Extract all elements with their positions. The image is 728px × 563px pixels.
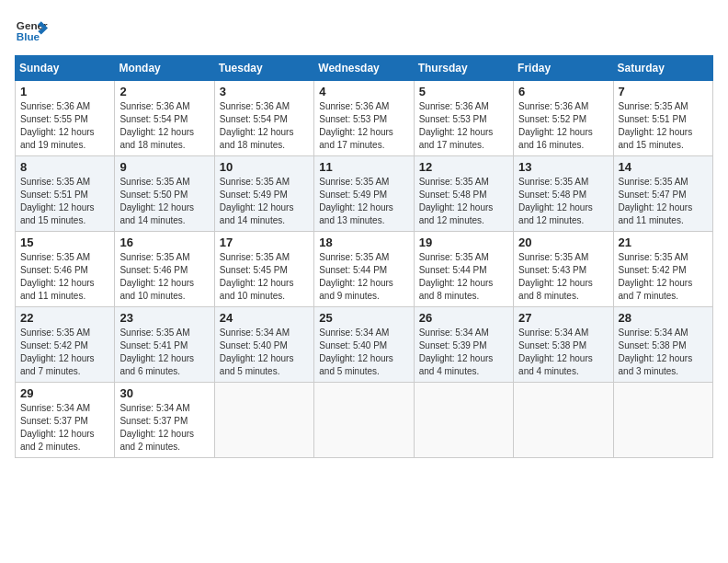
calendar-day: 2Sunrise: 5:36 AM Sunset: 5:54 PM Daylig… bbox=[115, 81, 214, 156]
calendar-day: 15Sunrise: 5:35 AM Sunset: 5:46 PM Dayli… bbox=[16, 232, 115, 307]
day-info: Sunrise: 5:35 AM Sunset: 5:44 PM Dayligh… bbox=[419, 251, 508, 303]
empty-day bbox=[314, 383, 414, 458]
day-info: Sunrise: 5:34 AM Sunset: 5:38 PM Dayligh… bbox=[518, 327, 608, 378]
calendar-day: 24Sunrise: 5:34 AM Sunset: 5:40 PM Dayli… bbox=[214, 307, 313, 383]
day-info: Sunrise: 5:35 AM Sunset: 5:47 PM Dayligh… bbox=[619, 176, 708, 227]
calendar-day: 30Sunrise: 5:34 AM Sunset: 5:37 PM Dayli… bbox=[115, 383, 214, 458]
calendar-day: 1Sunrise: 5:36 AM Sunset: 5:55 PM Daylig… bbox=[16, 81, 115, 156]
day-info: Sunrise: 5:34 AM Sunset: 5:40 PM Dayligh… bbox=[220, 327, 309, 378]
weekday-header: Saturday bbox=[613, 56, 712, 81]
weekday-header: Friday bbox=[514, 56, 613, 81]
calendar-day: 21Sunrise: 5:35 AM Sunset: 5:42 PM Dayli… bbox=[613, 232, 712, 307]
weekday-header: Monday bbox=[115, 56, 214, 81]
day-number: 13 bbox=[518, 160, 608, 174]
day-number: 19 bbox=[419, 236, 508, 249]
day-info: Sunrise: 5:36 AM Sunset: 5:54 PM Dayligh… bbox=[220, 100, 309, 152]
weekday-header: Tuesday bbox=[214, 56, 313, 81]
day-number: 15 bbox=[20, 236, 109, 249]
day-number: 17 bbox=[220, 236, 309, 249]
day-info: Sunrise: 5:36 AM Sunset: 5:52 PM Dayligh… bbox=[518, 100, 608, 152]
day-number: 30 bbox=[119, 386, 209, 400]
day-number: 21 bbox=[619, 236, 708, 249]
calendar-day: 5Sunrise: 5:36 AM Sunset: 5:53 PM Daylig… bbox=[414, 81, 513, 156]
day-info: Sunrise: 5:34 AM Sunset: 5:37 PM Dayligh… bbox=[20, 402, 109, 454]
calendar-day: 12Sunrise: 5:35 AM Sunset: 5:48 PM Dayli… bbox=[414, 156, 513, 232]
day-info: Sunrise: 5:35 AM Sunset: 5:51 PM Dayligh… bbox=[20, 176, 109, 227]
day-number: 8 bbox=[20, 160, 109, 174]
empty-day bbox=[214, 383, 313, 458]
calendar-day: 16Sunrise: 5:35 AM Sunset: 5:46 PM Dayli… bbox=[115, 232, 214, 307]
calendar-day: 22Sunrise: 5:35 AM Sunset: 5:42 PM Dayli… bbox=[16, 307, 115, 383]
day-info: Sunrise: 5:34 AM Sunset: 5:37 PM Dayligh… bbox=[119, 402, 209, 454]
day-info: Sunrise: 5:35 AM Sunset: 5:43 PM Dayligh… bbox=[518, 251, 608, 303]
calendar-day: 14Sunrise: 5:35 AM Sunset: 5:47 PM Dayli… bbox=[613, 156, 712, 232]
day-number: 22 bbox=[20, 311, 109, 325]
weekday-header: Wednesday bbox=[314, 56, 414, 81]
day-number: 2 bbox=[119, 85, 209, 98]
day-number: 6 bbox=[518, 85, 608, 98]
calendar-day: 10Sunrise: 5:35 AM Sunset: 5:49 PM Dayli… bbox=[214, 156, 313, 232]
day-number: 14 bbox=[619, 160, 708, 174]
calendar-day: 29Sunrise: 5:34 AM Sunset: 5:37 PM Dayli… bbox=[16, 383, 115, 458]
weekday-header: Thursday bbox=[414, 56, 513, 81]
day-number: 1 bbox=[20, 85, 109, 98]
day-info: Sunrise: 5:35 AM Sunset: 5:44 PM Dayligh… bbox=[319, 251, 408, 303]
day-info: Sunrise: 5:36 AM Sunset: 5:53 PM Dayligh… bbox=[319, 100, 408, 152]
calendar-day: 3Sunrise: 5:36 AM Sunset: 5:54 PM Daylig… bbox=[214, 81, 313, 156]
day-info: Sunrise: 5:35 AM Sunset: 5:42 PM Dayligh… bbox=[619, 251, 708, 303]
day-number: 4 bbox=[319, 85, 408, 98]
day-info: Sunrise: 5:34 AM Sunset: 5:39 PM Dayligh… bbox=[419, 327, 508, 378]
calendar-day: 18Sunrise: 5:35 AM Sunset: 5:44 PM Dayli… bbox=[314, 232, 414, 307]
calendar-table: SundayMondayTuesdayWednesdayThursdayFrid… bbox=[15, 55, 713, 458]
day-number: 3 bbox=[220, 85, 309, 98]
day-info: Sunrise: 5:35 AM Sunset: 5:46 PM Dayligh… bbox=[119, 251, 209, 303]
empty-day bbox=[514, 383, 613, 458]
day-info: Sunrise: 5:35 AM Sunset: 5:51 PM Dayligh… bbox=[619, 100, 708, 152]
day-number: 29 bbox=[20, 386, 109, 400]
page-header: General Blue bbox=[15, 15, 713, 48]
calendar-day: 9Sunrise: 5:35 AM Sunset: 5:50 PM Daylig… bbox=[115, 156, 214, 232]
calendar-day: 8Sunrise: 5:35 AM Sunset: 5:51 PM Daylig… bbox=[16, 156, 115, 232]
day-info: Sunrise: 5:35 AM Sunset: 5:49 PM Dayligh… bbox=[220, 176, 309, 227]
day-info: Sunrise: 5:35 AM Sunset: 5:42 PM Dayligh… bbox=[20, 327, 109, 378]
calendar-day: 11Sunrise: 5:35 AM Sunset: 5:49 PM Dayli… bbox=[314, 156, 414, 232]
empty-day bbox=[613, 383, 712, 458]
day-info: Sunrise: 5:34 AM Sunset: 5:38 PM Dayligh… bbox=[619, 327, 708, 378]
logo-icon: General Blue bbox=[15, 15, 48, 48]
day-number: 24 bbox=[220, 311, 309, 325]
day-info: Sunrise: 5:36 AM Sunset: 5:54 PM Dayligh… bbox=[119, 100, 209, 152]
day-number: 5 bbox=[419, 85, 508, 98]
calendar-header: SundayMondayTuesdayWednesdayThursdayFrid… bbox=[16, 56, 713, 81]
empty-day bbox=[414, 383, 513, 458]
day-number: 26 bbox=[419, 311, 508, 325]
day-info: Sunrise: 5:36 AM Sunset: 5:53 PM Dayligh… bbox=[419, 100, 508, 152]
calendar-day: 28Sunrise: 5:34 AM Sunset: 5:38 PM Dayli… bbox=[613, 307, 712, 383]
day-info: Sunrise: 5:35 AM Sunset: 5:50 PM Dayligh… bbox=[119, 176, 209, 227]
day-number: 28 bbox=[619, 311, 708, 325]
day-number: 10 bbox=[220, 160, 309, 174]
calendar-day: 17Sunrise: 5:35 AM Sunset: 5:45 PM Dayli… bbox=[214, 232, 313, 307]
calendar-day: 13Sunrise: 5:35 AM Sunset: 5:48 PM Dayli… bbox=[514, 156, 613, 232]
calendar-day: 6Sunrise: 5:36 AM Sunset: 5:52 PM Daylig… bbox=[514, 81, 613, 156]
day-info: Sunrise: 5:36 AM Sunset: 5:55 PM Dayligh… bbox=[20, 100, 109, 152]
logo: General Blue bbox=[15, 15, 48, 48]
calendar-day: 27Sunrise: 5:34 AM Sunset: 5:38 PM Dayli… bbox=[514, 307, 613, 383]
day-number: 20 bbox=[518, 236, 608, 249]
svg-text:Blue: Blue bbox=[17, 30, 40, 42]
day-number: 18 bbox=[319, 236, 408, 249]
calendar-day: 4Sunrise: 5:36 AM Sunset: 5:53 PM Daylig… bbox=[314, 81, 414, 156]
calendar-day: 7Sunrise: 5:35 AM Sunset: 5:51 PM Daylig… bbox=[613, 81, 712, 156]
day-info: Sunrise: 5:35 AM Sunset: 5:45 PM Dayligh… bbox=[220, 251, 309, 303]
day-number: 7 bbox=[619, 85, 708, 98]
calendar-day: 19Sunrise: 5:35 AM Sunset: 5:44 PM Dayli… bbox=[414, 232, 513, 307]
day-number: 11 bbox=[319, 160, 408, 174]
day-info: Sunrise: 5:35 AM Sunset: 5:48 PM Dayligh… bbox=[518, 176, 608, 227]
calendar-day: 26Sunrise: 5:34 AM Sunset: 5:39 PM Dayli… bbox=[414, 307, 513, 383]
day-number: 25 bbox=[319, 311, 408, 325]
day-number: 27 bbox=[518, 311, 608, 325]
day-info: Sunrise: 5:35 AM Sunset: 5:49 PM Dayligh… bbox=[319, 176, 408, 227]
calendar-day: 23Sunrise: 5:35 AM Sunset: 5:41 PM Dayli… bbox=[115, 307, 214, 383]
day-info: Sunrise: 5:35 AM Sunset: 5:46 PM Dayligh… bbox=[20, 251, 109, 303]
day-info: Sunrise: 5:35 AM Sunset: 5:48 PM Dayligh… bbox=[419, 176, 508, 227]
calendar-day: 25Sunrise: 5:34 AM Sunset: 5:40 PM Dayli… bbox=[314, 307, 414, 383]
